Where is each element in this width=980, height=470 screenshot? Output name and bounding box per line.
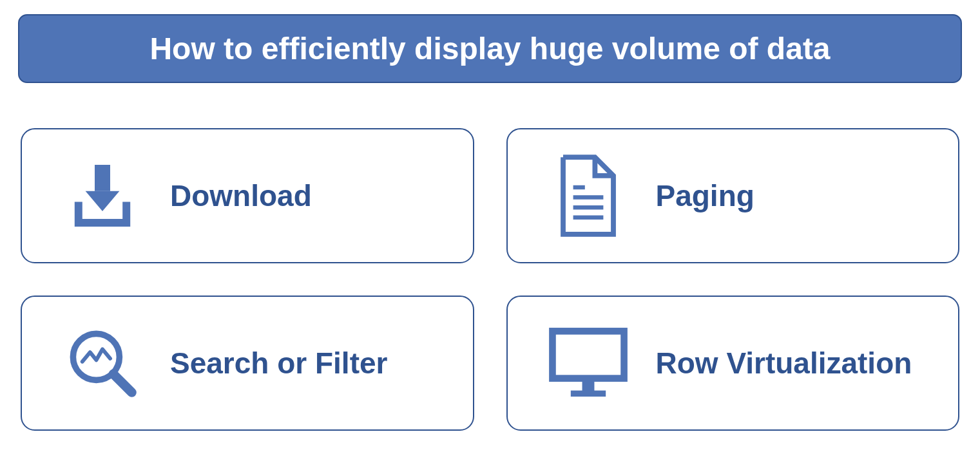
card-row-virtualization-label: Row Virtualization bbox=[656, 346, 912, 381]
cards-grid: Download Paging bbox=[18, 128, 962, 431]
card-row-virtualization: Row Virtualization bbox=[506, 296, 960, 431]
svg-line-8 bbox=[113, 374, 132, 393]
card-search-filter-label: Search or Filter bbox=[170, 346, 387, 381]
card-paging-label: Paging bbox=[656, 178, 754, 213]
svg-rect-11 bbox=[570, 391, 605, 397]
svg-rect-10 bbox=[582, 380, 594, 392]
card-paging: Paging bbox=[506, 128, 960, 263]
svg-rect-9 bbox=[552, 331, 624, 378]
document-icon bbox=[533, 154, 643, 238]
card-download-label: Download bbox=[170, 178, 312, 213]
svg-rect-0 bbox=[95, 165, 110, 191]
card-search-filter: Search or Filter bbox=[21, 296, 474, 431]
search-analytics-icon bbox=[48, 324, 157, 402]
svg-marker-1 bbox=[86, 191, 120, 211]
diagram-title: How to efficiently display huge volume o… bbox=[18, 14, 962, 83]
download-icon bbox=[48, 157, 157, 234]
monitor-icon bbox=[533, 324, 643, 402]
card-download: Download bbox=[21, 128, 474, 263]
